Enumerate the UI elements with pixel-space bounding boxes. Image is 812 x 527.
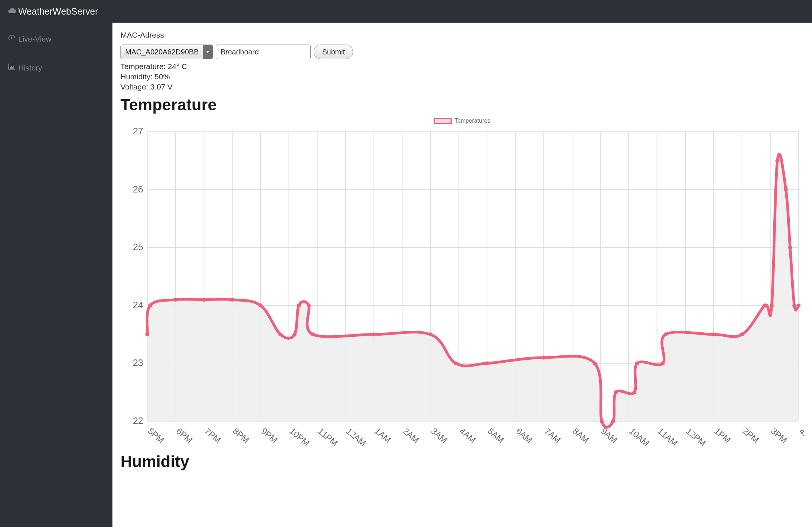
svg-text:8AM: 8AM: [571, 426, 591, 445]
svg-text:5PM: 5PM: [146, 426, 166, 445]
svg-point-72: [429, 332, 433, 336]
svg-point-63: [202, 298, 206, 302]
device-name-input[interactable]: [216, 45, 311, 59]
svg-text:3AM: 3AM: [429, 426, 449, 445]
svg-text:7AM: 7AM: [543, 426, 563, 445]
sidebar-item-label: Live-View: [18, 35, 51, 43]
mac-label: MAC-Adress:: [120, 31, 804, 39]
sidebar-item-live-view[interactable]: Live-View: [0, 30, 112, 48]
reading-humidity: Humidity: 50%: [120, 72, 804, 81]
svg-point-78: [611, 419, 615, 423]
chevron-down-icon: [203, 45, 212, 59]
svg-point-82: [661, 361, 665, 365]
brand-title: WeatherWebServer: [18, 6, 98, 17]
svg-point-79: [614, 390, 618, 394]
svg-point-71: [372, 332, 376, 336]
svg-text:12AM: 12AM: [344, 426, 368, 448]
reading-voltage: Voltage: 3.07 V: [120, 83, 804, 91]
svg-text:9AM: 9AM: [599, 426, 619, 445]
top-bar: WeatherWebServer: [0, 0, 812, 23]
svg-point-69: [307, 303, 311, 308]
svg-point-80: [632, 390, 636, 394]
svg-text:8PM: 8PM: [231, 426, 251, 445]
svg-text:23: 23: [133, 358, 143, 368]
svg-point-61: [148, 303, 152, 308]
svg-text:25: 25: [133, 242, 143, 252]
svg-point-84: [712, 332, 716, 336]
svg-text:26: 26: [133, 184, 143, 194]
svg-point-90: [788, 245, 792, 249]
sidebar: Live-View History: [0, 23, 112, 527]
humidity-heading: Humidity: [120, 452, 804, 471]
svg-point-88: [775, 159, 780, 163]
svg-point-83: [663, 332, 667, 336]
svg-text:1AM: 1AM: [373, 426, 393, 445]
sidebar-item-history[interactable]: History: [0, 59, 112, 77]
cloud-icon: [7, 6, 18, 17]
svg-text:10AM: 10AM: [628, 426, 651, 448]
svg-text:24: 24: [133, 300, 143, 310]
controls-row: MAC_A020A62D90BB Submit: [120, 45, 804, 59]
svg-text:11AM: 11AM: [656, 426, 679, 448]
svg-point-60: [145, 332, 149, 336]
svg-text:11PM: 11PM: [316, 426, 340, 448]
mac-select-value: MAC_A020A62D90BB: [121, 48, 203, 56]
svg-point-87: [770, 303, 774, 308]
svg-point-92: [797, 303, 801, 308]
svg-text:6PM: 6PM: [175, 426, 195, 445]
svg-point-91: [792, 303, 796, 308]
svg-text:5AM: 5AM: [486, 426, 506, 445]
svg-point-66: [278, 332, 282, 336]
svg-point-75: [542, 356, 546, 360]
svg-point-86: [763, 303, 767, 308]
main-content: MAC-Adress: MAC_A020A62D90BB Submit Temp…: [112, 23, 812, 527]
svg-text:6AM: 6AM: [514, 426, 534, 445]
svg-point-65: [258, 303, 263, 308]
svg-text:22: 22: [133, 416, 143, 426]
svg-text:1PM: 1PM: [712, 426, 732, 445]
sidebar-item-label: History: [18, 64, 42, 72]
svg-point-73: [454, 361, 458, 365]
svg-text:7PM: 7PM: [203, 426, 223, 445]
mac-select[interactable]: MAC_A020A62D90BB: [120, 45, 213, 59]
temperature-chart: Temperatures 2223242526275PM6PM7PM8PM9PM…: [120, 118, 804, 448]
svg-point-81: [635, 361, 639, 365]
temperature-chart-svg: 2223242526275PM6PM7PM8PM9PM10PM11PM12AM1…: [120, 126, 804, 448]
svg-point-67: [292, 332, 296, 336]
svg-point-89: [784, 188, 788, 192]
chart-legend: Temperatures: [120, 118, 804, 124]
svg-point-64: [230, 298, 234, 302]
svg-point-85: [740, 332, 744, 336]
svg-text:3PM: 3PM: [769, 426, 789, 445]
svg-point-70: [311, 332, 315, 336]
temperature-heading: Temperature: [120, 96, 804, 114]
area-chart-icon: [7, 62, 18, 73]
svg-point-68: [297, 303, 301, 308]
svg-point-77: [600, 419, 604, 423]
legend-swatch-icon: [434, 118, 452, 124]
legend-label: Temperatures: [455, 118, 490, 124]
svg-text:4AM: 4AM: [457, 426, 478, 445]
svg-text:2PM: 2PM: [741, 426, 761, 445]
svg-text:2AM: 2AM: [401, 426, 421, 445]
svg-point-74: [485, 361, 489, 365]
svg-text:12PM: 12PM: [684, 426, 708, 448]
svg-text:4PM: 4PM: [797, 426, 804, 445]
svg-point-76: [593, 361, 597, 365]
svg-text:10PM: 10PM: [288, 426, 311, 448]
svg-point-62: [173, 298, 177, 302]
svg-text:27: 27: [133, 126, 143, 136]
reading-temperature: Temperature: 24° C: [120, 62, 804, 71]
svg-text:9PM: 9PM: [259, 426, 279, 445]
dashboard-icon: [7, 34, 18, 44]
submit-button[interactable]: Submit: [314, 45, 353, 59]
